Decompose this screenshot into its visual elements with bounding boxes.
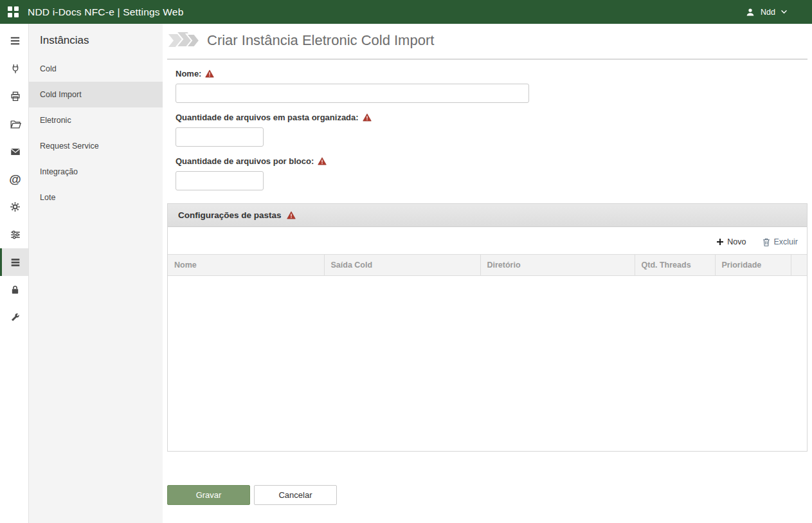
field-nome: Nome:: [176, 69, 807, 103]
nome-input[interactable]: [176, 84, 529, 103]
sidebar-item-integracao[interactable]: Integração: [29, 159, 163, 185]
required-warning-icon: [205, 69, 214, 78]
instances-list-icon[interactable]: [0, 248, 28, 276]
sidebar-item-lote[interactable]: Lote: [29, 185, 163, 210]
folders-config-header: Configurações de pastas: [168, 204, 807, 227]
field-qtd-pasta-label-row: Quantidade de arquivos em pasta organiza…: [176, 113, 807, 122]
qtd-bloco-input[interactable]: [176, 171, 264, 190]
sidebar: Instâncias Cold Cold Import Eletronic Re…: [29, 24, 163, 523]
field-nome-label: Nome:: [176, 69, 201, 78]
required-warning-icon: [287, 211, 296, 219]
plug-icon[interactable]: [0, 55, 28, 82]
form-actions: Gravar Cancelar: [167, 485, 807, 514]
column-header-nome[interactable]: Nome: [168, 255, 324, 276]
sidebar-item-cold[interactable]: Cold: [29, 56, 163, 82]
sidebar-item-cold-import[interactable]: Cold Import: [29, 82, 163, 107]
page-header: Criar Instância Eletronic Cold Import: [167, 24, 807, 60]
cancel-button[interactable]: Cancelar: [254, 485, 337, 505]
column-header-qtd-threads[interactable]: Qtd. Threads: [635, 255, 715, 276]
at-sign-icon[interactable]: @: [0, 165, 28, 193]
waffle-square: [8, 13, 12, 17]
user-name: Ndd: [761, 8, 775, 17]
new-row-button[interactable]: Novo: [716, 237, 746, 246]
plus-icon: [716, 238, 724, 246]
lock-icon[interactable]: [0, 276, 28, 304]
user-menu[interactable]: Ndd: [745, 7, 788, 17]
field-qtd-bloco: Quantidade de arquivos por bloco:: [176, 156, 807, 190]
field-qtd-bloco-label: Quantidade de arquivos por bloco:: [176, 156, 314, 166]
trash-icon: [762, 238, 770, 246]
sidebar-title: Instâncias: [29, 34, 163, 56]
field-qtd-pasta-label: Quantidade de arquivos em pasta organiza…: [176, 113, 359, 122]
field-nome-label-row: Nome:: [176, 69, 807, 78]
waffle-square: [14, 6, 19, 11]
folder-open-icon[interactable]: [0, 110, 28, 138]
icon-rail: @: [0, 24, 29, 523]
qtd-pasta-input[interactable]: [176, 127, 264, 147]
chevron-down-icon: [780, 10, 788, 14]
mail-icon[interactable]: [0, 138, 28, 165]
folders-table-empty-body: [168, 276, 807, 451]
gear-icon[interactable]: [0, 193, 28, 221]
folders-table: Nome Saída Cold Diretório Qtd. Threads P…: [168, 254, 807, 276]
required-warning-icon: [363, 113, 372, 122]
printer-icon[interactable]: [0, 82, 28, 110]
topbar: NDD i-Docs NFC-e | Settings Web Ndd: [0, 0, 812, 24]
delete-row-button[interactable]: Excluir: [762, 237, 798, 246]
save-button[interactable]: Gravar: [167, 485, 250, 505]
folders-config-panel: Configurações de pastas Novo: [167, 203, 807, 452]
wrench-icon[interactable]: [0, 304, 28, 331]
field-qtd-pasta: Quantidade de arquivos em pasta organiza…: [176, 113, 807, 147]
user-icon: [745, 7, 755, 17]
shell: @ Instâncias Cold Cold Import Eletroni: [0, 24, 812, 523]
main-panel: Criar Instância Eletronic Cold Import No…: [163, 24, 812, 523]
sidebar-item-eletronic[interactable]: Eletronic: [29, 107, 163, 133]
folders-table-header-row: Nome Saída Cold Diretório Qtd. Threads P…: [168, 255, 807, 276]
column-header-spacer: [791, 255, 807, 276]
folders-config-title: Configurações de pastas: [178, 210, 282, 220]
column-header-diretorio[interactable]: Diretório: [480, 255, 635, 276]
app-window: NDD i-Docs NFC-e | Settings Web Ndd: [0, 0, 812, 523]
menu-icon[interactable]: [0, 27, 28, 55]
sidebar-item-request-service[interactable]: Request Service: [29, 133, 163, 159]
sliders-icon[interactable]: [0, 221, 28, 248]
layered-arrows-icon: [167, 29, 202, 52]
page-title: Criar Instância Eletronic Cold Import: [207, 32, 434, 49]
form-content: Nome: Quantidade de arquivos em pasta or…: [167, 60, 807, 523]
column-header-saida-cold[interactable]: Saída Cold: [324, 255, 480, 276]
grid-toolbar: Novo Excluir: [168, 227, 807, 254]
column-header-prioridade[interactable]: Prioridade: [715, 255, 791, 276]
new-row-label: Novo: [727, 237, 746, 246]
app-title: NDD i-Docs NFC-e | Settings Web: [28, 6, 184, 18]
required-warning-icon: [318, 157, 327, 165]
delete-row-label: Excluir: [773, 237, 798, 246]
waffle-square: [8, 6, 12, 11]
waffle-square: [14, 13, 19, 17]
field-qtd-bloco-label-row: Quantidade de arquivos por bloco:: [176, 156, 807, 166]
apps-grid-icon[interactable]: [8, 6, 19, 17]
